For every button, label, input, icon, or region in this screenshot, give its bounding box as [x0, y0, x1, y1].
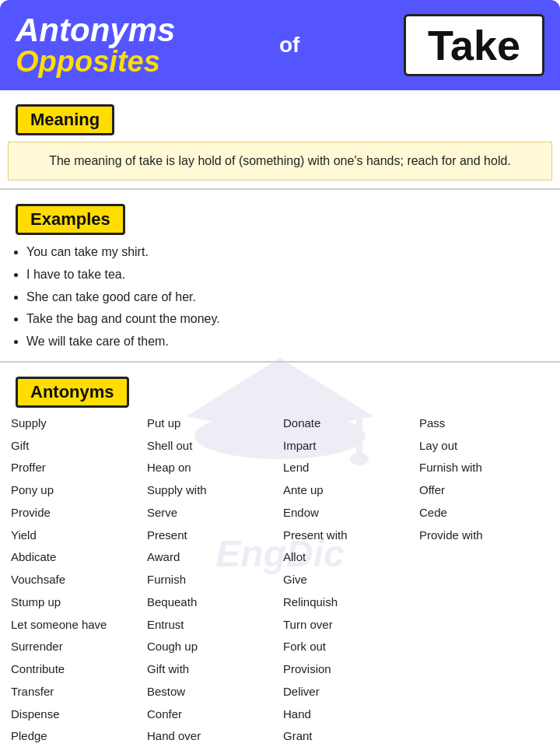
antonym-item: Abdicate — [8, 546, 144, 569]
antonym-item: Fork out — [280, 636, 416, 658]
antonym-item: Ante up — [280, 479, 416, 502]
antonym-item: Put up — [144, 412, 280, 435]
meaning-section: Meaning The meaning of take is lay hold … — [0, 90, 560, 190]
antonym-item: Allot — [280, 546, 416, 569]
antonym-item: Provide — [8, 502, 144, 524]
antonym-item: Shell out — [144, 435, 280, 458]
examples-label: Examples — [16, 204, 125, 235]
antonym-item: Heap on — [144, 457, 280, 479]
meaning-label: Meaning — [16, 104, 114, 135]
antonym-item: Cede — [416, 502, 552, 524]
antonym-item: Endow — [280, 502, 416, 524]
antonym-item: Cough up — [144, 636, 280, 658]
antonym-item: Surrender — [8, 636, 144, 658]
antonym-item: Deliver — [280, 681, 416, 703]
antonym-item: Gift with — [144, 658, 280, 681]
antonym-item: Bequeath — [144, 591, 280, 614]
header-left: Antonyms Opposites — [16, 14, 175, 76]
antonym-item: Furnish with — [416, 457, 552, 479]
antonym-item: Stump up — [8, 591, 144, 614]
example-item: She can take good care of her. — [26, 286, 552, 309]
example-item: You can take my shirt. — [26, 241, 552, 264]
antonym-item: Contribute — [8, 658, 144, 681]
antonym-item: Donate — [280, 412, 416, 435]
header-opposites-label: Opposites — [16, 47, 175, 76]
antonym-item: Transfer — [8, 681, 144, 703]
antonyms-col-3: PassLay outFurnish withOfferCedeProvide … — [416, 412, 552, 747]
example-item: I have to take tea. — [26, 264, 552, 286]
antonym-item: Bestow — [144, 681, 280, 703]
example-item: Take the bag and count the money. — [26, 308, 552, 331]
antonyms-col-0: SupplyGiftProfferPony upProvideYieldAbdi… — [8, 412, 144, 747]
antonym-item: Provide with — [416, 524, 552, 547]
antonym-item: Confer — [144, 703, 280, 726]
antonym-item: Grant — [280, 725, 416, 747]
antonym-item: Vouchsafe — [8, 569, 144, 591]
antonym-item: Furnish — [144, 569, 280, 591]
antonym-item: Pledge — [8, 725, 144, 747]
antonym-item — [416, 571, 552, 574]
antonym-item: Gift — [8, 435, 144, 458]
antonym-item: Provision — [280, 658, 416, 681]
antonyms-grid: SupplyGiftProfferPony upProvideYieldAbdi… — [8, 412, 552, 747]
examples-list: You can take my shirt.I have to take tea… — [8, 241, 552, 353]
header-word: Take — [428, 22, 520, 68]
header-of-label: of — [279, 33, 299, 58]
antonym-item: Relinquish — [280, 591, 416, 614]
antonyms-col-2: DonateImpartLendAnte upEndowPresent with… — [280, 412, 416, 747]
antonym-item: Award — [144, 546, 280, 569]
antonym-item: Proffer — [8, 457, 144, 479]
antonym-item: Lend — [280, 457, 416, 479]
antonym-item: Lay out — [416, 435, 552, 458]
antonym-item: Hand — [280, 703, 416, 726]
antonym-item: Present with — [280, 524, 416, 547]
antonym-item: Let someone have — [8, 614, 144, 637]
antonym-item: Supply with — [144, 479, 280, 502]
example-item: We will take care of them. — [26, 331, 552, 353]
antonym-item: Pass — [416, 412, 552, 435]
antonyms-label: Antonyms — [16, 377, 129, 408]
antonym-item: Present — [144, 524, 280, 547]
antonym-item: Supply — [8, 412, 144, 435]
header-word-box: Take — [404, 14, 544, 76]
antonym-item: Impart — [280, 435, 416, 458]
antonym-item: Dispense — [8, 703, 144, 726]
meaning-text: The meaning of take is lay hold of (some… — [8, 142, 552, 181]
antonyms-section: Antonyms SupplyGiftProfferPony upProvide… — [0, 363, 560, 747]
antonym-item: Give — [280, 569, 416, 591]
examples-section: Examples You can take my shirt.I have to… — [0, 190, 560, 363]
antonym-item: Offer — [416, 479, 552, 502]
antonyms-col-1: Put upShell outHeap onSupply withServePr… — [144, 412, 280, 747]
antonym-item: Hand over — [144, 725, 280, 747]
header-antonyms-label: Antonyms — [16, 14, 175, 47]
antonym-item: Serve — [144, 502, 280, 524]
antonym-item: Entrust — [144, 614, 280, 637]
header: Antonyms Opposites of Take — [0, 0, 560, 90]
antonym-item: Pony up — [8, 479, 144, 502]
antonym-item: Yield — [8, 524, 144, 547]
antonym-item: Turn over — [280, 614, 416, 637]
